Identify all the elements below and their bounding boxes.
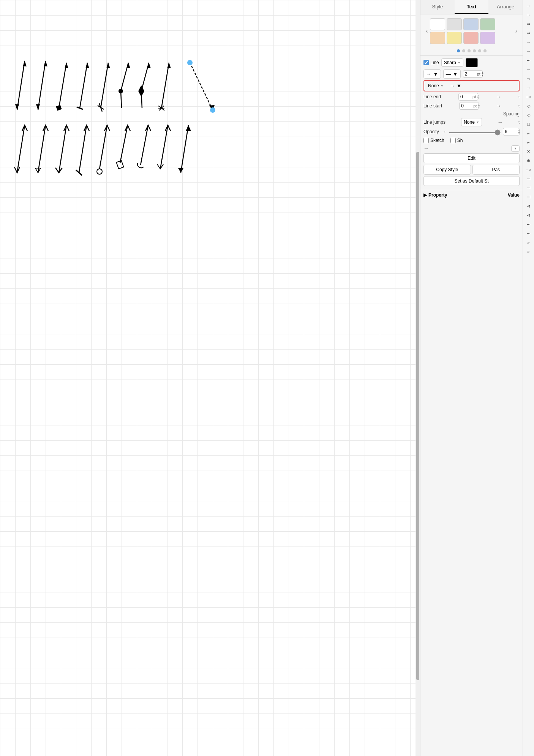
nav-left-arrow[interactable]: ‹: [423, 26, 430, 36]
line-checkbox-label[interactable]: Line: [423, 60, 439, 65]
tab-arrange[interactable]: Arrange: [488, 0, 523, 14]
side-item-6[interactable]: ⊸: [524, 56, 534, 65]
arrow-end-btn[interactable]: → ▼: [447, 82, 464, 90]
canvas-scrollbar[interactable]: [416, 0, 420, 756]
spin-end-up[interactable]: ▲: [477, 94, 479, 97]
side-item-17[interactable]: ⊕: [524, 156, 534, 165]
sharp-checkbox[interactable]: [450, 138, 456, 143]
svg-line-36: [59, 125, 66, 173]
side-item-23[interactable]: ⊲: [524, 211, 534, 219]
line-jumps-dropdown[interactable]: None ▼: [461, 118, 482, 126]
opacity-slider[interactable]: [449, 132, 501, 133]
side-item-13[interactable]: □: [524, 120, 534, 128]
value-label: Value: [508, 192, 520, 198]
swatch-yellow-light[interactable]: [447, 32, 462, 44]
arrow-deco-1: →: [423, 145, 429, 152]
tab-style[interactable]: Style: [420, 0, 455, 14]
spin-up[interactable]: ▲: [481, 71, 484, 74]
paste-button[interactable]: Pas: [472, 165, 520, 175]
side-item-19[interactable]: ⊣: [524, 175, 534, 183]
edit-button[interactable]: Edit: [423, 153, 520, 163]
side-item-10[interactable]: −○: [524, 93, 534, 101]
swatch-blue-light[interactable]: [463, 18, 479, 30]
line-width-spinner: ▲ ▼: [481, 71, 484, 77]
scrollbar-thumb[interactable]: [416, 152, 419, 680]
swatch-white[interactable]: [430, 18, 445, 30]
side-item-14[interactable]: ⌐: [524, 129, 534, 137]
line-end-input[interactable]: pt ▲ ▼: [458, 93, 478, 101]
side-item-9[interactable]: →: [524, 83, 534, 92]
side-item-27[interactable]: »: [524, 247, 534, 256]
property-triangle: ▶: [423, 192, 427, 198]
line-width-value[interactable]: [465, 71, 477, 77]
connector-icon: —: [446, 71, 451, 77]
line-width-input[interactable]: pt ▲ ▼: [463, 70, 483, 78]
side-item-24[interactable]: ⊸: [524, 220, 534, 228]
swatch-red-light[interactable]: [463, 32, 479, 44]
side-item-11[interactable]: ◇: [524, 102, 534, 110]
line-color-box[interactable]: [466, 58, 478, 67]
swatch-orange-light[interactable]: [430, 32, 445, 44]
dot-5[interactable]: [478, 49, 481, 52]
arrow-start-dropdown[interactable]: → ▼: [423, 69, 441, 79]
nav-right-arrow[interactable]: ›: [513, 26, 520, 36]
swatch-gray[interactable]: [447, 18, 462, 30]
dot-3[interactable]: [468, 49, 471, 52]
line-start-input[interactable]: pt ▲ ▼: [459, 102, 479, 110]
connector-type-dropdown[interactable]: — ▼: [443, 69, 461, 79]
side-item-3[interactable]: ⇒: [524, 29, 534, 37]
line-end-value[interactable]: [460, 94, 472, 99]
svg-line-34: [38, 125, 46, 173]
opacity-input[interactable]: ▲ ▼: [503, 128, 520, 135]
sketch-checkbox-label[interactable]: Sketch: [423, 138, 444, 143]
side-item-20[interactable]: ⊣: [524, 184, 534, 192]
set-default-button[interactable]: Set as Default St: [423, 176, 520, 186]
side-item-25[interactable]: ⊸: [524, 229, 534, 238]
svg-point-32: [210, 107, 215, 113]
line-start-value[interactable]: [461, 103, 473, 109]
side-item-21[interactable]: ⊣: [524, 193, 534, 201]
side-item-26[interactable]: »: [524, 238, 534, 247]
side-item-16[interactable]: ✕: [524, 147, 534, 156]
swatch-purple-light[interactable]: [480, 32, 495, 44]
dot-1[interactable]: [457, 49, 460, 52]
dot-4[interactable]: [473, 49, 476, 52]
swatch-green-light[interactable]: [480, 18, 495, 30]
pagination-dots: [420, 48, 523, 55]
side-item-4[interactable]: →: [524, 38, 534, 46]
opacity-value[interactable]: [505, 129, 517, 134]
side-item-8[interactable]: ⇁: [524, 74, 534, 83]
svg-marker-47: [178, 168, 183, 173]
line-end-t-icon: t: [518, 94, 520, 99]
line-start-label: Line start: [423, 103, 442, 109]
tab-text[interactable]: Text: [455, 0, 489, 14]
side-item-18[interactable]: −○: [524, 165, 534, 174]
side-item-7[interactable]: →: [524, 65, 534, 74]
side-item-5[interactable]: →: [524, 47, 534, 55]
line-checkbox[interactable]: [423, 60, 429, 65]
canvas-content: [0, 0, 420, 756]
side-item-2[interactable]: ⇒: [524, 20, 534, 28]
canvas[interactable]: [0, 0, 420, 756]
side-item-1[interactable]: →: [524, 11, 534, 19]
dot-6[interactable]: [483, 49, 487, 52]
copy-style-button[interactable]: Copy Style: [423, 165, 471, 175]
none-dropdown[interactable]: None ▼: [426, 82, 446, 90]
side-item-15[interactable]: ⌐: [524, 138, 534, 146]
spin-start-up[interactable]: ▲: [477, 103, 480, 106]
sharp-checkbox-label[interactable]: Sh: [450, 138, 463, 143]
extra-dropdown[interactable]: ▼: [511, 145, 520, 152]
property-header[interactable]: ▶ Property Value: [423, 192, 520, 198]
spin-down[interactable]: ▼: [481, 74, 484, 77]
side-item-22[interactable]: ⊲: [524, 202, 534, 210]
dot-2[interactable]: [462, 49, 465, 52]
sketch-checkbox[interactable]: [423, 138, 429, 143]
svg-line-43: [141, 125, 148, 165]
side-item-12[interactable]: ◇: [524, 111, 534, 119]
line-width-unit: pt: [477, 72, 480, 76]
spin-start-down[interactable]: ▼: [477, 106, 480, 109]
svg-line-9: [80, 63, 87, 108]
line-style-dropdown[interactable]: Sharp ▼: [441, 58, 463, 67]
side-item-0[interactable]: →: [524, 2, 534, 10]
spin-end-down[interactable]: ▼: [477, 97, 479, 99]
